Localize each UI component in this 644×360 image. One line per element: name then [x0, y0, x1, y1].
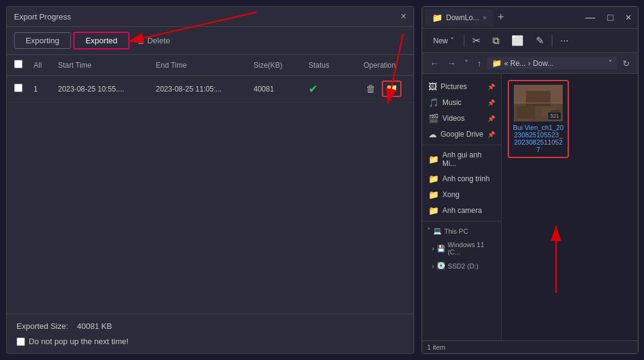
open-folder-icon[interactable]: 📁 — [382, 81, 401, 97]
sidebar-item-videos[interactable]: 🎬 Videos 📌 — [422, 110, 501, 126]
delete-button[interactable]: 🗑 Delete — [137, 36, 170, 45]
paste-button[interactable]: ⬜ — [507, 32, 528, 49]
exported-size-row: Exported Size: 40081 KB — [16, 322, 404, 331]
copy-button[interactable]: ⧉ — [488, 33, 503, 49]
explorer-panel: 📁 DownLo... × + — □ × New ˅ ✂ ⧉ ⬜ ✎ ··· … — [422, 6, 639, 354]
files-area: 321 Bui Vien_ch1_20230825105523_20230825… — [502, 74, 638, 340]
row-1-checkbox[interactable] — [14, 84, 23, 92]
col-operation: Operation — [364, 61, 419, 70]
sidebar-item-xong[interactable]: 📁 Xong — [422, 187, 501, 203]
this-pc-icon: 💻 — [433, 227, 442, 235]
sidebar-item-anh-gui[interactable]: 📁 Anh gui anh Mi... — [422, 148, 501, 171]
toolbar-separator-2 — [552, 35, 552, 47]
ssd2-section[interactable]: › 💽 SSD2 (D:) — [422, 259, 501, 273]
tab-exported[interactable]: Exported — [73, 32, 130, 49]
file-thumbnail: 321 — [514, 85, 563, 121]
gdrive-icon: ☁ — [428, 129, 437, 139]
explorer-tab-downloads[interactable]: 📁 DownLo... × — [425, 9, 494, 26]
no-popup-row: Do not pop up the next time! — [16, 337, 404, 346]
anh-camera-label: Anh camera — [442, 206, 482, 215]
tab-close-button[interactable]: × — [483, 14, 486, 21]
col-all: All — [34, 61, 58, 70]
tab-exporting[interactable]: Exporting — [14, 32, 71, 49]
file-thumb-badge: 321 — [547, 112, 562, 120]
sidebar-item-anh-camera[interactable]: 📁 Anh camera — [422, 203, 501, 218]
anh-gui-label: Anh gui anh Mi... — [442, 151, 495, 168]
export-panel-header: Export Progress × — [7, 7, 414, 27]
new-tab-button[interactable]: + — [497, 11, 504, 24]
pictures-label: Pictures — [441, 82, 467, 91]
music-label: Music — [442, 98, 461, 107]
no-popup-checkbox[interactable] — [16, 337, 25, 346]
window-close-button[interactable]: × — [621, 10, 635, 26]
tabs-row: Exporting Exported 🗑 Delete — [7, 27, 414, 55]
footer-area: Exported Size: 40081 KB Do not pop up th… — [7, 314, 414, 353]
path-dropdown-chevron: ˅ — [609, 59, 612, 68]
export-panel-title: Export Progress — [14, 12, 71, 21]
sidebar-nav: 🖼 Pictures 📌 🎵 Music 📌 🎬 Videos 📌 ☁ Goog… — [422, 74, 502, 340]
tab-folder-icon: 📁 — [432, 13, 442, 23]
path-separator: › — [528, 59, 530, 68]
sidebar-item-pictures[interactable]: 🖼 Pictures 📌 — [422, 79, 501, 95]
cut-button[interactable]: ✂ — [468, 32, 485, 49]
this-pc-label: This PC — [444, 228, 468, 235]
ssd2-label: SSD2 (D:) — [448, 262, 478, 270]
folder-icon-2: 📁 — [428, 174, 439, 184]
xong-label: Xong — [442, 190, 459, 199]
rename-button[interactable]: ✎ — [532, 32, 548, 49]
sidebar-item-gdrive[interactable]: ☁ Google Drive 📌 — [422, 126, 501, 142]
svg-rect-4 — [517, 106, 535, 118]
anh-cong-label: Anh cong trinh — [442, 175, 489, 183]
table-row: 1 2023-08-25 10:55.... 2023-08-25 11:05:… — [7, 76, 414, 103]
pin-icon-videos: 📌 — [488, 115, 495, 122]
path-folder-icon: 📁 — [492, 59, 502, 68]
delete-label: Delete — [147, 36, 170, 45]
row-num: 1 — [34, 85, 58, 93]
select-all-checkbox[interactable] — [14, 60, 23, 68]
back-button[interactable]: ← — [427, 57, 442, 70]
windows-drive-icon: 💾 — [437, 245, 445, 253]
folder-icon-4: 📁 — [428, 206, 439, 215]
nav-separator-2 — [422, 221, 501, 221]
explorer-content: 🖼 Pictures 📌 🎵 Music 📌 🎬 Videos 📌 ☁ Goog… — [422, 74, 638, 340]
gdrive-label: Google Drive — [441, 130, 483, 139]
music-icon: 🎵 — [428, 98, 439, 107]
address-path[interactable]: 📁 « Re... › Dow... ˅ — [487, 57, 617, 70]
maximize-button[interactable]: □ — [603, 10, 618, 26]
new-button[interactable]: New ˅ — [427, 34, 460, 48]
new-chevron: ˅ — [450, 37, 454, 45]
windows-section[interactable]: › 💾 Windows 11 (C... — [422, 238, 501, 259]
col-size: Size(KB) — [254, 61, 309, 70]
table-header: All Start Time End Time Size(KB) Status … — [7, 55, 414, 76]
down-button[interactable]: ˅ — [461, 57, 472, 70]
windows-label: Windows 11 (C... — [448, 241, 496, 256]
export-panel: Export Progress × Exporting Exported 🗑 D… — [6, 6, 414, 354]
export-close-button[interactable]: × — [401, 12, 406, 21]
this-pc-section[interactable]: ˅ 💻 This PC — [422, 224, 501, 238]
folder-icon-3: 📁 — [428, 190, 439, 200]
windows-chevron: › — [432, 245, 434, 252]
file-item-bui-vien[interactable]: 321 Bui Vien_ch1_20230825105523_20230825… — [508, 80, 569, 158]
explorer-footer: 1 item — [422, 340, 638, 353]
exported-size-label: Exported Size: — [16, 322, 68, 331]
col-checkbox — [14, 60, 34, 70]
forward-button[interactable]: → — [444, 57, 459, 70]
videos-label: Videos — [442, 114, 464, 123]
refresh-button[interactable]: ↻ — [620, 57, 633, 70]
row-end-time: 2023-08-25 11:05:... — [156, 85, 254, 93]
address-bar: ← → ˅ ↑ 📁 « Re... › Dow... ˅ ↻ — [422, 53, 638, 74]
path-part-2: Dow... — [533, 59, 553, 68]
sidebar-item-anh-cong[interactable]: 📁 Anh cong trinh — [422, 171, 501, 187]
more-options-button[interactable]: ··· — [556, 33, 573, 49]
pin-icon-pictures: 📌 — [488, 84, 495, 90]
pin-icon-music: 📌 — [488, 99, 495, 106]
delete-row-icon[interactable]: 🗑 — [364, 82, 378, 96]
svg-rect-2 — [526, 91, 551, 106]
sidebar-item-music[interactable]: 🎵 Music 📌 — [422, 95, 501, 110]
nav-separator-1 — [422, 145, 501, 145]
col-start-time: Start Time — [58, 61, 156, 70]
minimize-button[interactable]: — — [581, 10, 599, 26]
pictures-icon: 🖼 — [428, 82, 437, 92]
up-button[interactable]: ↑ — [474, 57, 485, 70]
file-name: Bui Vien_ch1_20230825105523_202308251105… — [513, 124, 564, 153]
